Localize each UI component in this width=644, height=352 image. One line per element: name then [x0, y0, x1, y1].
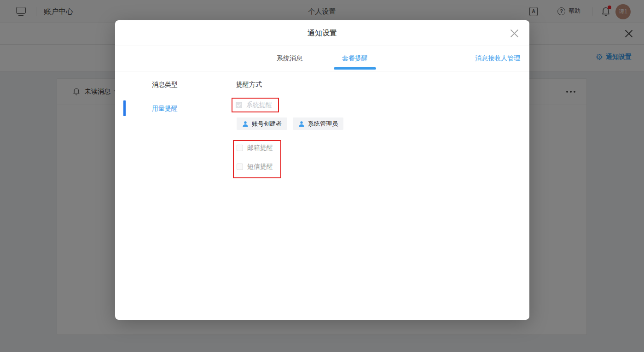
- sms-reminder-checkbox-row[interactable]: 短信提醒: [237, 163, 273, 170]
- selected-item-indicator: [123, 100, 126, 116]
- modal-tab-bar: 系统消息 套餐提醒 消息接收人管理: [115, 46, 529, 71]
- system-reminder-checkbox-row[interactable]: 系统提醒: [236, 101, 272, 109]
- sms-reminder-label: 短信提醒: [247, 163, 273, 171]
- email-reminder-label: 邮箱提醒: [247, 144, 273, 152]
- email-reminder-checkbox-row[interactable]: 邮箱提醒: [237, 144, 273, 152]
- user-icon: [242, 121, 249, 127]
- tab-package-reminder[interactable]: 套餐提醒: [342, 46, 368, 71]
- checkbox-unchecked-icon: [237, 145, 243, 151]
- recipient-tag-label: 系统管理员: [308, 120, 338, 128]
- modal-title: 通知设置: [115, 20, 529, 46]
- recipient-tag-admin: 系统管理员: [293, 117, 343, 130]
- recipient-tags: 账号创建者 系统管理员: [237, 117, 343, 130]
- recipient-tag-creator: 账号创建者: [237, 117, 287, 130]
- recipient-tag-label: 账号创建者: [252, 120, 282, 128]
- modal-body: 消息类型 提醒方式 用量提醒 系统提醒 账号创建者: [115, 71, 529, 320]
- column-header-message-type: 消息类型: [152, 81, 178, 89]
- message-type-usage-reminder[interactable]: 用量提醒: [152, 105, 178, 113]
- column-header-reminder-method: 提醒方式: [236, 81, 262, 89]
- modal-close-icon[interactable]: [509, 28, 520, 39]
- user-icon: [298, 121, 305, 127]
- checkbox-checked-icon: [236, 102, 242, 108]
- modal-header: 通知设置: [115, 20, 529, 46]
- system-reminder-label: 系统提醒: [246, 101, 272, 109]
- recipient-manage-link[interactable]: 消息接收人管理: [475, 46, 520, 70]
- checkbox-unchecked-icon: [237, 164, 243, 170]
- notification-settings-modal: 通知设置 系统消息 套餐提醒 消息接收人管理 消息类型 提醒方式 用量提醒 系统…: [115, 20, 529, 320]
- tab-system-messages[interactable]: 系统消息: [277, 46, 302, 71]
